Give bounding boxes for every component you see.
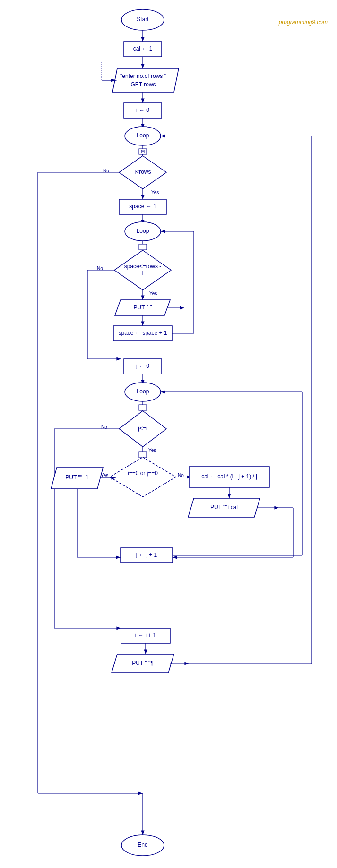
svg-text:i ← 0: i ← 0 xyxy=(136,107,149,113)
flowchart-diagram: Start cal ← 1 "enter no.of rows " GET ro… xyxy=(0,0,337,868)
svg-text:cal ← cal * (i - j + 1) / j: cal ← cal * (i - j + 1) / j xyxy=(201,473,257,480)
svg-rect-58 xyxy=(139,405,147,410)
svg-marker-7 xyxy=(112,68,179,92)
svg-text:Yes: Yes xyxy=(148,448,156,453)
svg-text:⊟: ⊟ xyxy=(141,149,145,154)
svg-text:space ← space + 1: space ← space + 1 xyxy=(118,330,167,336)
svg-text:PUT ""+cal: PUT ""+cal xyxy=(210,504,238,511)
svg-text:j ← j + 1: j ← j + 1 xyxy=(136,552,157,558)
svg-text:GET rows: GET rows xyxy=(130,81,156,88)
svg-text:Loop: Loop xyxy=(137,228,149,234)
svg-marker-68 xyxy=(110,457,176,497)
svg-text:i ← i + 1: i ← i + 1 xyxy=(135,632,156,638)
svg-text:PUT " "¶: PUT " "¶ xyxy=(132,660,153,666)
svg-text:End: End xyxy=(138,842,147,848)
svg-text:Loop: Loop xyxy=(137,388,149,395)
svg-text:PUT " ": PUT " " xyxy=(134,304,152,311)
svg-text:space ← 1: space ← 1 xyxy=(129,203,156,210)
svg-text:Yes: Yes xyxy=(151,190,159,195)
svg-text:i<rows: i<rows xyxy=(134,169,151,175)
svg-text:space<=rows -: space<=rows - xyxy=(124,263,162,270)
svg-rect-33 xyxy=(139,244,147,250)
svg-text:j<=i: j<=i xyxy=(138,425,147,432)
svg-rect-67 xyxy=(139,452,147,458)
svg-text:j ← 0: j ← 0 xyxy=(136,363,149,369)
svg-text:Loop: Loop xyxy=(137,132,149,139)
svg-text:cal ← 1: cal ← 1 xyxy=(133,45,153,52)
svg-text:i: i xyxy=(142,270,144,277)
svg-text:"enter no.of rows ": "enter no.of rows " xyxy=(120,73,166,79)
svg-text:PUT ""+1: PUT ""+1 xyxy=(65,474,89,481)
svg-text:i==0 or j==0: i==0 or j==0 xyxy=(128,470,158,477)
svg-text:Yes: Yes xyxy=(149,291,157,296)
svg-text:Start: Start xyxy=(137,16,149,23)
